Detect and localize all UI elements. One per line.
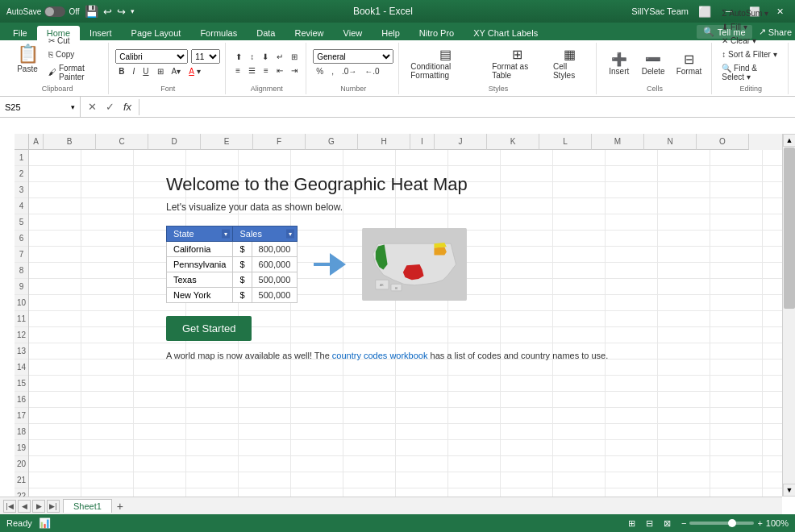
fill-color-button[interactable]: A▾ — [169, 65, 185, 77]
format-cells-button[interactable]: ⊟ Format — [672, 50, 707, 77]
italic-button[interactable]: I — [130, 65, 139, 77]
sheet-nav-last[interactable]: ▶| — [47, 500, 60, 513]
row-num-7[interactable]: 7 — [15, 247, 28, 263]
fill-button[interactable]: ⬇ Fill ▾ — [718, 21, 783, 33]
col-header-m[interactable]: M — [592, 134, 644, 150]
cancel-formula-icon[interactable]: ✕ — [84, 99, 100, 115]
row-num-4[interactable]: 4 — [15, 198, 28, 214]
state-cell-3[interactable]: Texas — [167, 272, 233, 288]
col-header-g[interactable]: G — [306, 134, 358, 150]
autosave-pill[interactable] — [44, 6, 65, 17]
col-header-b[interactable]: B — [44, 134, 96, 150]
col-header-a[interactable]: A — [29, 134, 44, 150]
confirm-formula-icon[interactable]: ✓ — [102, 99, 118, 115]
quick-access-dropdown[interactable]: ▾ — [131, 7, 135, 15]
sort-filter-button[interactable]: ↕ Sort & Filter ▾ — [718, 48, 783, 60]
tab-review[interactable]: Review — [285, 26, 333, 40]
scroll-down-arrow[interactable]: ▼ — [783, 484, 795, 497]
find-select-button[interactable]: 🔍 Find & Select ▾ — [718, 62, 783, 83]
undo-icon[interactable]: ↩ — [103, 6, 112, 18]
row-num-19[interactable]: 19 — [15, 440, 28, 456]
wrap-text-button[interactable]: ↵ — [273, 51, 286, 63]
state-dropdown-arrow[interactable]: ▾ — [222, 230, 230, 239]
zoom-in-icon[interactable]: + — [757, 518, 762, 528]
country-codes-link[interactable]: country codes workbook — [332, 351, 428, 360]
tab-page-layout[interactable]: Page Layout — [122, 26, 191, 40]
tab-view[interactable]: View — [334, 26, 373, 40]
col-header-j[interactable]: J — [435, 134, 487, 150]
row-num-18[interactable]: 18 — [15, 424, 28, 440]
row-num-3[interactable]: 3 — [15, 182, 28, 198]
row-num-11[interactable]: 11 — [15, 311, 28, 327]
cell-styles-button[interactable]: ▦ Cell Styles — [548, 45, 591, 81]
col-header-e[interactable]: E — [201, 134, 253, 150]
font-color-button[interactable]: A▾ — [185, 65, 204, 77]
col-header-d[interactable]: D — [148, 134, 201, 150]
tab-xy-chart-labels[interactable]: XY Chart Labels — [464, 26, 547, 40]
normal-view-icon[interactable]: ⊞ — [625, 516, 639, 530]
scroll-thumb[interactable] — [784, 148, 795, 309]
col-header-k[interactable]: K — [487, 134, 539, 150]
comma-button[interactable]: , — [328, 65, 337, 77]
tab-formulas[interactable]: Formulas — [190, 26, 247, 40]
row-num-20[interactable]: 20 — [15, 456, 28, 472]
bold-button[interactable]: B — [115, 65, 127, 77]
state-cell-4[interactable]: New York — [167, 288, 233, 303]
get-started-button[interactable]: Get Started — [166, 316, 252, 341]
col-header-h[interactable]: H — [358, 134, 410, 150]
font-size-select[interactable]: 11 — [191, 49, 220, 64]
autosave-toggle[interactable]: AutoSave Off — [6, 6, 80, 17]
conditional-formatting-button[interactable]: ▤ Conditional Formatting — [406, 45, 485, 81]
row-num-22[interactable]: 22 — [15, 488, 28, 497]
percent-button[interactable]: % — [313, 65, 327, 77]
format-as-table-button[interactable]: ⊞ Format as Table — [487, 45, 547, 81]
row-num-8[interactable]: 8 — [15, 263, 28, 279]
sales-column-header[interactable]: Sales ▾ — [233, 227, 298, 242]
row-num-17[interactable]: 17 — [15, 408, 28, 424]
format-painter-button[interactable]: 🖌Format Painter — [45, 62, 103, 83]
decrease-indent-button[interactable]: ⇤ — [273, 64, 286, 77]
number-format-select[interactable]: General — [313, 49, 393, 64]
decrease-decimal-button[interactable]: ←.0 — [361, 65, 382, 77]
col-header-c[interactable]: C — [96, 134, 148, 150]
underline-button[interactable]: U — [139, 65, 152, 77]
row-num-2[interactable]: 2 — [15, 166, 28, 182]
sheet-nav-first[interactable]: |◀ — [3, 500, 16, 513]
name-box-dropdown[interactable]: ▾ — [71, 103, 75, 111]
paste-button[interactable]: 📋 Paste — [11, 42, 44, 75]
row-num-16[interactable]: 16 — [15, 392, 28, 408]
row-num-14[interactable]: 14 — [15, 360, 28, 376]
delete-cells-button[interactable]: ➖ Delete — [637, 50, 670, 77]
zoom-out-icon[interactable]: − — [681, 518, 686, 528]
tab-nitro-pro[interactable]: Nitro Pro — [410, 26, 464, 40]
merge-button[interactable]: ⊞ — [288, 51, 301, 63]
row-num-12[interactable]: 12 — [15, 327, 28, 343]
col-header-l[interactable]: L — [539, 134, 592, 150]
row-num-1[interactable]: 1 — [15, 150, 28, 166]
zoom-slider[interactable] — [689, 522, 754, 525]
row-num-10[interactable]: 10 — [15, 295, 28, 311]
row-num-5[interactable]: 5 — [15, 214, 28, 231]
state-column-header[interactable]: State ▾ — [167, 227, 233, 242]
tab-data[interactable]: Data — [247, 26, 285, 40]
col-header-o[interactable]: O — [697, 134, 749, 150]
align-bottom-button[interactable]: ⬇ — [259, 51, 272, 63]
sheet-tab-active[interactable]: Sheet1 — [63, 499, 112, 513]
add-sheet-button[interactable]: + — [112, 500, 128, 513]
page-layout-view-icon[interactable]: ⊟ — [643, 516, 657, 530]
row-num-9[interactable]: 9 — [15, 279, 28, 295]
ribbon-display-btn[interactable]: ⬜ — [698, 6, 711, 18]
col-header-i[interactable]: I — [410, 134, 435, 150]
borders-button[interactable]: ⊞ — [154, 65, 167, 77]
font-family-select[interactable]: Calibri — [115, 49, 188, 64]
redo-icon[interactable]: ↪ — [117, 6, 126, 18]
align-top-button[interactable]: ⬆ — [232, 51, 245, 63]
save-icon[interactable]: 💾 — [85, 5, 98, 18]
sheet-nav-next[interactable]: ▶ — [32, 500, 45, 513]
clear-button[interactable]: ✕ Clear ▾ — [718, 35, 783, 47]
increase-decimal-button[interactable]: .0→ — [339, 65, 360, 77]
name-box[interactable]: S25 ▾ — [0, 97, 81, 117]
autosum-button[interactable]: Σ AutoSum ▾ — [718, 7, 783, 19]
increase-indent-button[interactable]: ⇥ — [288, 64, 301, 77]
tab-help[interactable]: Help — [372, 26, 410, 40]
